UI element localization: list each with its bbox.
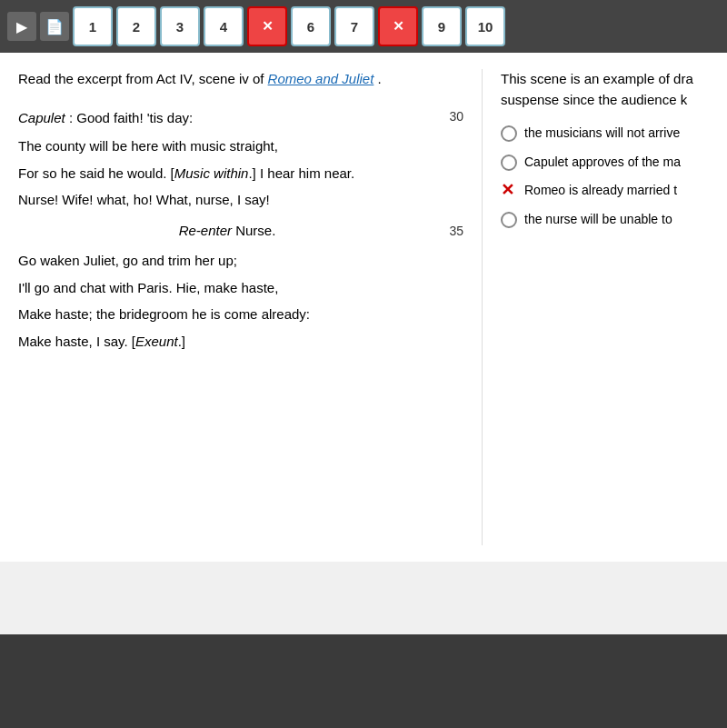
excerpt-line-county: The county will be here with music strai… — [18, 135, 463, 158]
answer-text-a: the musicians will not arrive — [524, 125, 680, 143]
intro-prefix: Read the excerpt from Act IV, scene iv o… — [18, 71, 268, 86]
right-panel: This scene is an example of dra suspense… — [482, 69, 709, 545]
radio-d[interactable] — [501, 212, 517, 228]
answer-text-d: the nurse will be unable to — [524, 211, 672, 229]
question-btn-7[interactable]: 7 — [334, 6, 374, 46]
footer-dark — [0, 634, 727, 728]
answer-text-b: Capulet approves of the ma — [524, 154, 681, 172]
doc-icon[interactable]: 📄 — [40, 12, 69, 41]
toolbar: ▶ 📄 1 2 3 4 ✕ 6 7 ✕ 9 10 — [0, 0, 727, 53]
play-icon[interactable]: ▶ — [7, 12, 36, 41]
x-mark-c: ✕ — [501, 182, 517, 198]
question-btn-2[interactable]: 2 — [116, 6, 156, 46]
question-btn-5[interactable]: ✕ — [247, 6, 287, 46]
excerpt-line-waken: Go waken Juliet, go and trim her up; — [18, 249, 463, 273]
question-btn-10[interactable]: 10 — [465, 6, 505, 46]
stage-direction-nurse: Nurse. — [235, 223, 275, 238]
question-btn-8[interactable]: ✕ — [378, 6, 418, 46]
excerpt: Capulet : Good faith! 'tis day: 30 The c… — [18, 106, 463, 354]
radio-a[interactable] — [501, 125, 517, 142]
question-btn-1[interactable]: 1 — [73, 6, 113, 46]
capulet-line: Capulet : Good faith! 'tis day: — [18, 106, 193, 130]
question-btn-6[interactable]: 6 — [291, 6, 331, 46]
intro-text: Read the excerpt from Act IV, scene iv o… — [18, 69, 463, 90]
excerpt-line-bridegroom: Make haste; the bridegroom he is come al… — [18, 303, 463, 326]
question-btn-9[interactable]: 9 — [422, 6, 462, 46]
excerpt-line-music: For so he said he would. [Music within.]… — [18, 162, 463, 185]
bottom-area — [0, 562, 727, 634]
capulet-text: : Good faith! 'tis day: — [69, 110, 193, 125]
line-number-30: 30 — [436, 106, 463, 128]
answer-option-c[interactable]: ✕ Romeo is already married t — [501, 182, 709, 200]
question-btn-3[interactable]: 3 — [160, 6, 200, 46]
character-capulet: Capulet — [18, 110, 65, 125]
answer-option-b[interactable]: Capulet approves of the ma — [501, 154, 709, 172]
romeo-juliet-link[interactable]: Romeo and Juliet — [268, 71, 374, 86]
line-number-35: 35 — [436, 221, 463, 243]
radio-b[interactable] — [501, 155, 517, 171]
main-content: Read the excerpt from Act IV, scene iv o… — [0, 53, 727, 562]
question-prompt: This scene is an example of dra suspense… — [501, 69, 709, 110]
question-btn-4[interactable]: 4 — [204, 6, 244, 46]
answer-option-a[interactable]: the musicians will not arrive — [501, 125, 709, 143]
excerpt-line-nurse-call: Nurse! Wife! what, ho! What, nurse, I sa… — [18, 188, 463, 212]
stage-direction-text: Re-enter — [179, 223, 232, 238]
excerpt-stage-direction: Re-enter Nurse. 35 — [18, 219, 463, 243]
answer-text-c: Romeo is already married t — [524, 182, 677, 200]
left-panel: Read the excerpt from Act IV, scene iv o… — [18, 69, 482, 545]
excerpt-line-exeunt: Make haste, I say. [Exeunt.] — [18, 330, 463, 354]
intro-suffix: . — [378, 71, 382, 86]
excerpt-line-30: Capulet : Good faith! 'tis day: 30 — [18, 106, 463, 130]
excerpt-line-paris: I'll go and chat with Paris. Hie, make h… — [18, 276, 463, 300]
answer-option-d[interactable]: the nurse will be unable to — [501, 211, 709, 229]
